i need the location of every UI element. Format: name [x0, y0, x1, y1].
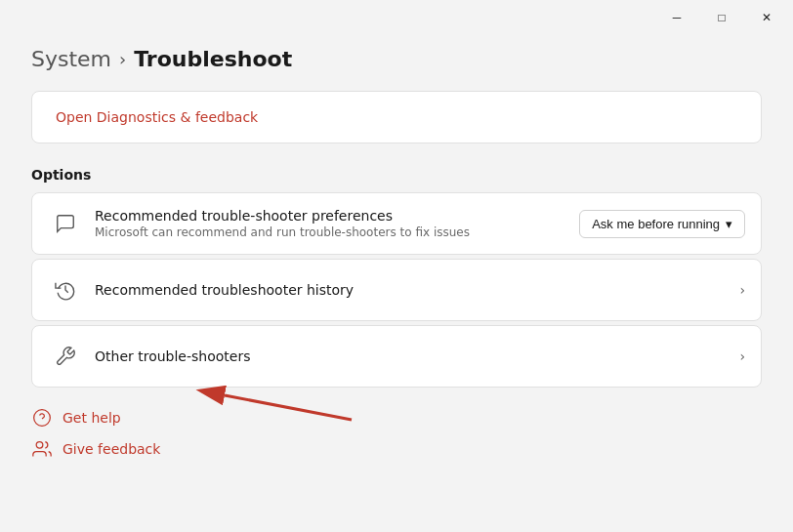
maximize-button[interactable]: □ [699, 2, 744, 33]
bottom-links: Get help Give feedback [31, 407, 762, 460]
feedback-icon [31, 438, 53, 460]
diagnostics-card: Open Diagnostics & feedback [31, 91, 762, 143]
option-card-history[interactable]: Recommended troubleshooter history › [31, 259, 762, 321]
titlebar: ─ □ ✕ [0, 0, 793, 35]
diagnostics-link[interactable]: Open Diagnostics & feedback [56, 109, 258, 125]
option-text-preferences: Recommended trouble-shooter preferences … [95, 208, 579, 239]
option-title-preferences: Recommended trouble-shooter preferences [95, 208, 579, 224]
breadcrumb-separator: › [119, 49, 126, 69]
option-title-history: Recommended troubleshooter history [95, 282, 739, 298]
breadcrumb-current: Troubleshoot [134, 47, 292, 71]
close-button[interactable]: ✕ [744, 2, 789, 33]
option-text-history: Recommended troubleshooter history [95, 282, 739, 298]
minimize-button[interactable]: ─ [654, 2, 699, 33]
svg-point-0 [34, 410, 51, 427]
chevron-down-icon: ▾ [726, 217, 732, 231]
get-help-link[interactable]: Get help [31, 407, 121, 429]
dropdown-value: Ask me before running [592, 217, 720, 231]
chevron-right-icon-other: › [739, 348, 745, 364]
svg-point-2 [36, 442, 43, 449]
main-content: System › Troubleshoot Open Diagnostics &… [0, 35, 793, 483]
options-label: Options [31, 167, 762, 183]
option-card-preferences[interactable]: Recommended trouble-shooter preferences … [31, 192, 762, 255]
option-desc-preferences: Microsoft can recommend and run trouble-… [95, 225, 579, 239]
help-icon [31, 407, 53, 429]
chevron-right-icon-history: › [739, 282, 745, 298]
preferences-dropdown[interactable]: Ask me before running ▾ [579, 210, 745, 238]
option-right-other: › [739, 348, 745, 364]
option-right-history: › [739, 282, 745, 298]
get-help-label: Get help [63, 410, 121, 426]
give-feedback-label: Give feedback [63, 441, 160, 457]
option-right-preferences: Ask me before running ▾ [579, 210, 745, 238]
breadcrumb-system[interactable]: System [31, 47, 111, 71]
option-text-other: Other trouble-shooters [95, 348, 739, 364]
give-feedback-link[interactable]: Give feedback [31, 438, 160, 460]
breadcrumb: System › Troubleshoot [31, 47, 762, 71]
history-icon [48, 272, 83, 307]
chat-icon [48, 206, 83, 241]
option-card-other[interactable]: Other trouble-shooters › [31, 325, 762, 388]
option-title-other: Other trouble-shooters [95, 348, 739, 364]
wrench-icon [48, 339, 83, 374]
